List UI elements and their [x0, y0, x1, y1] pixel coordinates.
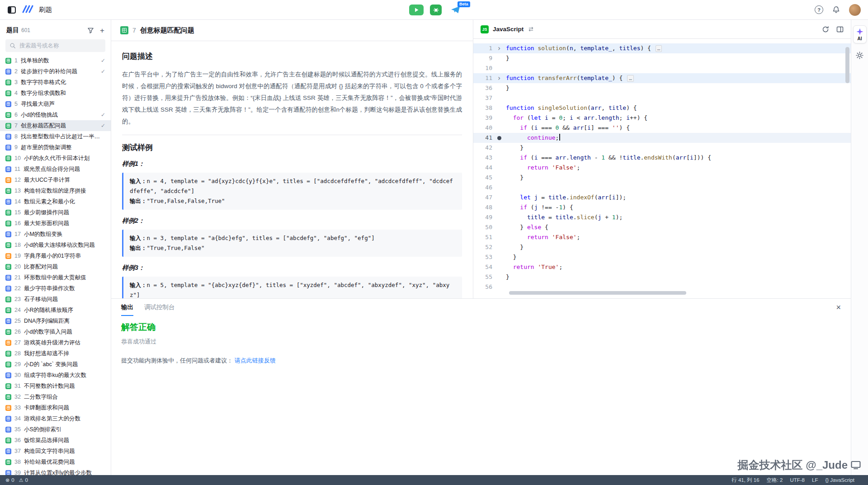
settings-icon[interactable] — [856, 52, 863, 59]
code-line[interactable]: 56 — [473, 282, 851, 292]
close-icon[interactable]: × — [836, 303, 841, 311]
share-button[interactable]: Beta — [451, 5, 461, 14]
problem-list-item[interactable]: 7创意标题匹配问题✓ — [0, 120, 111, 131]
line-number: 40 — [473, 123, 492, 133]
problem-list-item[interactable]: 39计算从位置x到y的最少步数 — [0, 467, 111, 475]
problem-list-item[interactable]: 26小d的数字插入问题 — [0, 326, 111, 337]
problem-list-item[interactable]: 34游戏排名第三大的分数 — [0, 413, 111, 424]
code-line[interactable]: 36} — [473, 83, 851, 93]
problem-list-item[interactable]: 5寻找最大葫芦 — [0, 99, 111, 109]
problem-list-item[interactable]: 31不同整数的计数问题 — [0, 381, 111, 391]
code-line[interactable]: 37 — [473, 93, 851, 103]
code-line[interactable]: 54 return 'True'; — [473, 262, 851, 272]
tab-output[interactable]: 输出 — [121, 303, 133, 311]
problem-list-item[interactable]: 16最大矩形面积问题 — [0, 218, 111, 229]
bell-icon[interactable] — [832, 6, 840, 14]
avatar[interactable] — [849, 4, 861, 16]
code-line[interactable]: 10 — [473, 63, 851, 73]
encoding-setting[interactable]: UTF-8 — [790, 477, 805, 483]
debug-button[interactable] — [430, 5, 442, 15]
problem-list-item[interactable]: 11观光景点组合得分问题 — [0, 164, 111, 174]
run-button[interactable] — [409, 5, 424, 15]
problem-list-item[interactable]: 27游戏英雄升级潜力评估 — [0, 337, 111, 348]
problem-list-item[interactable]: 24小R的随机播放顺序 — [0, 305, 111, 315]
code-line[interactable]: 1›function solution(n, template_, titles… — [473, 43, 851, 53]
warnings-indicator[interactable]: ⚠ 0 — [19, 477, 28, 483]
sidebar-toggle-icon[interactable] — [7, 5, 16, 14]
problem-list-item[interactable]: 36饭馆菜品选择问题 — [0, 435, 111, 446]
problem-list-item[interactable]: 30组成字符串ku的最大次数 — [0, 370, 111, 381]
errors-indicator[interactable]: ⊗ 0 — [5, 477, 14, 483]
problem-list-item[interactable]: 10小F的永久代币卡回本计划 — [0, 153, 111, 164]
output-tabs: 输出 调试控制台 × — [111, 299, 851, 316]
filter-icon[interactable] — [87, 27, 94, 34]
code-line[interactable]: 49 title = title.slice(j + 1); — [473, 212, 851, 222]
problem-list-item[interactable]: 9超市里的货物架调整 — [0, 142, 111, 153]
problem-list-item[interactable]: 18小d的最大连续移动次数问题 — [0, 240, 111, 250]
fold-chevron-icon[interactable]: › — [497, 43, 501, 53]
problem-list-item[interactable]: 22最少字符串操作次数 — [0, 283, 111, 294]
problem-list-item[interactable]: 14数组元素之和最小化 — [0, 196, 111, 207]
problem-list-item[interactable]: 20比赛配对问题 — [0, 261, 111, 272]
code-line[interactable]: 47 let j = title.indexOf(arr[i]); — [473, 193, 851, 202]
vertical-scrollbar[interactable] — [845, 47, 849, 83]
code-line[interactable]: 50 } else { — [473, 222, 851, 232]
code-line[interactable]: 46 — [473, 183, 851, 193]
problem-list-item[interactable]: 28我好想逃却逃不掉 — [0, 348, 111, 359]
split-view-icon[interactable] — [836, 26, 844, 33]
cursor-position[interactable]: 行 41, 列 16 — [731, 477, 759, 484]
code-line[interactable]: 44 return 'False'; — [473, 163, 851, 173]
problem-list-item[interactable]: 23石子移动问题 — [0, 294, 111, 305]
problem-list-item[interactable]: 25DNA序列编辑距离 — [0, 315, 111, 326]
problem-list-item[interactable]: 13构造特定数组的逆序拼接 — [0, 185, 111, 196]
reset-code-icon[interactable] — [822, 26, 829, 33]
problem-list-item[interactable]: 8找出整型数组中占比超过一半的数 — [0, 131, 111, 142]
problem-list-item[interactable]: 32二分数字组合 — [0, 391, 111, 402]
problem-list-item[interactable]: 12最大UCC子串计算 — [0, 174, 111, 185]
problem-list-item[interactable]: 33卡牌翻面求和问题 — [0, 402, 111, 413]
search-input[interactable] — [19, 42, 101, 49]
problem-list-item[interactable]: 37构造回文字符串问题 — [0, 446, 111, 457]
problem-list-item[interactable]: 4数字分组求偶数和 — [0, 88, 111, 99]
app-logo[interactable] — [22, 5, 33, 15]
code-line[interactable]: 48 if (j !== -1) { — [473, 202, 851, 212]
search-box[interactable] — [5, 39, 105, 52]
code-line[interactable]: 11›function transferArr(template_) { … — [473, 73, 851, 83]
help-icon[interactable]: ? — [815, 5, 823, 14]
indentation-setting[interactable]: 空格: 2 — [767, 477, 783, 484]
code-line[interactable]: 43 if (i === arr.length - 1 && !title.en… — [473, 153, 851, 163]
problem-list-item[interactable]: 29小D的 `abc` 变换问题 — [0, 359, 111, 370]
problem-list-item[interactable]: 2徒步旅行中的补给问题✓ — [0, 66, 111, 77]
code-line[interactable]: 51 return 'False'; — [473, 232, 851, 242]
code-line[interactable]: 52 } — [473, 242, 851, 252]
problem-list-item[interactable]: 1找单独的数✓ — [0, 55, 111, 66]
fold-chevron-icon[interactable]: › — [497, 73, 501, 83]
code-editor[interactable]: 1›function solution(n, template_, titles… — [473, 39, 851, 292]
problem-list-item[interactable]: 3数字字符串格式化 — [0, 77, 111, 88]
problem-list-item[interactable]: 19字典序最小的01字符串 — [0, 250, 111, 261]
ai-assistant-button[interactable]: AI — [853, 25, 867, 43]
breakpoint-icon[interactable] — [497, 136, 501, 140]
feedback-link[interactable]: 请点此链接反馈 — [235, 357, 276, 364]
tab-debug-console[interactable]: 调试控制台 — [144, 303, 175, 311]
horizontal-scrollbar[interactable] — [509, 291, 686, 295]
code-line[interactable]: 39 for (let i = 0; i < arr.length; i++) … — [473, 113, 851, 123]
eol-setting[interactable]: LF — [812, 477, 818, 483]
problem-list-item[interactable]: 35小S的倒排索引 — [0, 424, 111, 435]
code-line[interactable]: 42 } — [473, 143, 851, 153]
switch-language-icon[interactable] — [528, 26, 534, 32]
language-mode[interactable]: {} JavaScript — [825, 477, 854, 483]
problem-list-item[interactable]: 21环形数组中的最大贡献值 — [0, 272, 111, 283]
problem-list-item[interactable]: 17小M的数组变换 — [0, 229, 111, 240]
code-line[interactable]: 40 if (i === 0 && arr[i] === '') { — [473, 123, 851, 133]
code-line[interactable]: 38function singleSolution(arr, title) { — [473, 103, 851, 113]
problem-list-item[interactable]: 38补给站最优花费问题 — [0, 457, 111, 467]
code-line[interactable]: 53 } — [473, 252, 851, 262]
code-line[interactable]: 45 } — [473, 173, 851, 183]
code-line[interactable]: 41 continue; — [473, 133, 851, 143]
problem-list-item[interactable]: 15最少前缀操作问题 — [0, 207, 111, 218]
code-line[interactable]: 9} — [473, 53, 851, 63]
add-icon[interactable]: + — [100, 27, 104, 34]
code-line[interactable]: 55} — [473, 272, 851, 282]
problem-list-item[interactable]: 6小d的怪物挑战✓ — [0, 109, 111, 120]
